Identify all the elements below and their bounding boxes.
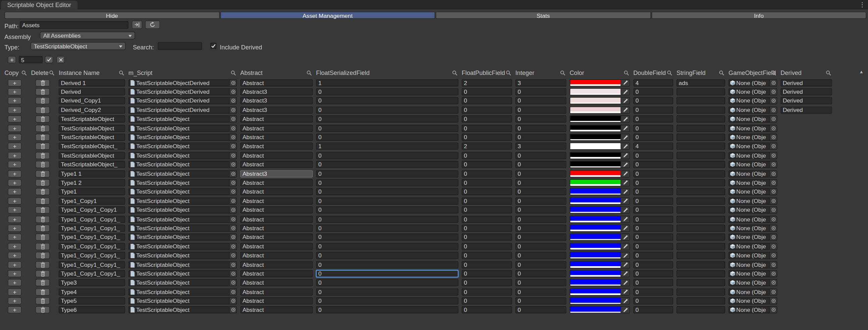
string-field[interactable] bbox=[676, 152, 725, 159]
float-serialized-field[interactable]: 1 bbox=[316, 143, 458, 150]
kebab-menu-icon[interactable]: ⋮ bbox=[859, 1, 865, 8]
color-field[interactable] bbox=[570, 215, 630, 222]
instance-name-field[interactable]: TestScriptableObject bbox=[59, 116, 125, 123]
script-object-field[interactable]: TestScriptableObject bbox=[128, 125, 237, 132]
abstract-field[interactable]: Abstract bbox=[240, 270, 313, 277]
string-field[interactable] bbox=[676, 261, 725, 268]
abstract-field[interactable]: Abstract bbox=[240, 206, 313, 213]
color-field[interactable] bbox=[570, 170, 630, 177]
script-object-field[interactable]: TestScriptableObject bbox=[128, 252, 237, 259]
object-picker-icon[interactable] bbox=[229, 207, 236, 213]
instance-name-field[interactable]: TestScriptableObject_ bbox=[59, 161, 125, 168]
float-public-field[interactable]: 0 bbox=[462, 116, 512, 123]
scroll-up-icon[interactable]: ▲ bbox=[859, 69, 864, 74]
tab-stats[interactable]: Stats bbox=[435, 12, 651, 19]
gameobject-field[interactable]: None (Obje bbox=[728, 306, 777, 313]
color-field[interactable] bbox=[570, 243, 630, 250]
eyedropper-icon[interactable] bbox=[621, 243, 629, 249]
float-public-field[interactable]: 0 bbox=[462, 134, 512, 141]
double-field[interactable]: 0 bbox=[633, 152, 673, 159]
delete-row-button[interactable] bbox=[36, 79, 50, 86]
script-object-field[interactable]: TestScriptableObject bbox=[128, 116, 237, 123]
color-field[interactable] bbox=[570, 188, 630, 195]
script-object-field[interactable]: TestScriptableObject bbox=[128, 261, 237, 268]
instance-name-field[interactable]: Type1_Copy1_Copy1_ bbox=[59, 215, 125, 222]
instance-name-field[interactable]: Type1 1 bbox=[59, 170, 125, 177]
float-public-field[interactable]: 0 bbox=[462, 107, 512, 114]
delete-row-button[interactable] bbox=[36, 170, 50, 177]
color-field[interactable] bbox=[570, 125, 630, 132]
abstract-field[interactable]: Abstract bbox=[240, 215, 313, 222]
column-header-float-serialized[interactable]: FloatSerializedField bbox=[316, 69, 458, 78]
double-field[interactable]: 0 bbox=[633, 98, 673, 105]
double-field[interactable]: 4 bbox=[633, 79, 673, 86]
double-field[interactable]: 0 bbox=[633, 170, 673, 177]
object-picker-icon[interactable] bbox=[769, 143, 776, 149]
abstract-field[interactable]: Abstract bbox=[240, 306, 313, 313]
float-public-field[interactable]: 0 bbox=[462, 179, 512, 186]
script-object-field[interactable]: TestScriptableObject bbox=[128, 170, 237, 177]
delete-row-button[interactable] bbox=[36, 261, 50, 268]
gameobject-field[interactable]: None (Obje bbox=[728, 197, 777, 204]
string-field[interactable] bbox=[676, 188, 725, 195]
string-field[interactable] bbox=[676, 107, 725, 114]
float-serialized-field[interactable]: 0 bbox=[316, 179, 458, 186]
abstract-field[interactable]: Abstract3 bbox=[240, 170, 313, 177]
search-icon[interactable] bbox=[826, 70, 831, 76]
gameobject-field[interactable]: None (Obje bbox=[728, 233, 777, 241]
instance-name-field[interactable]: Type6 bbox=[59, 306, 125, 313]
float-public-field[interactable]: 0 bbox=[462, 288, 512, 295]
float-serialized-field[interactable]: 0 bbox=[316, 125, 458, 132]
string-field[interactable] bbox=[676, 143, 725, 150]
double-field[interactable]: 0 bbox=[633, 215, 673, 222]
color-field[interactable] bbox=[570, 297, 630, 304]
eyedropper-icon[interactable] bbox=[621, 262, 629, 268]
ping-path-button[interactable] bbox=[132, 21, 142, 29]
delete-row-button[interactable] bbox=[36, 270, 50, 277]
object-picker-icon[interactable] bbox=[229, 116, 236, 122]
object-picker-icon[interactable] bbox=[229, 234, 236, 240]
script-object-field[interactable]: TestScriptableObjectDerived bbox=[128, 107, 237, 114]
gameobject-field[interactable]: None (Obje bbox=[728, 143, 777, 150]
delete-row-button[interactable] bbox=[36, 143, 50, 150]
abstract-field[interactable]: Abstract bbox=[240, 233, 313, 241]
integer-field[interactable]: 0 bbox=[515, 98, 566, 105]
delete-row-button[interactable] bbox=[36, 107, 50, 114]
integer-field[interactable]: 0 bbox=[515, 224, 566, 231]
object-picker-icon[interactable] bbox=[769, 98, 776, 104]
instance-name-field[interactable]: TestScriptableObject bbox=[59, 152, 125, 159]
float-public-field[interactable]: 0 bbox=[462, 233, 512, 241]
apply-button[interactable] bbox=[45, 56, 53, 63]
script-object-field[interactable]: TestScriptableObject bbox=[128, 197, 237, 204]
object-picker-icon[interactable] bbox=[229, 252, 236, 258]
object-picker-icon[interactable] bbox=[769, 116, 776, 122]
integer-field[interactable]: 0 bbox=[515, 188, 566, 195]
float-public-field[interactable]: 0 bbox=[462, 261, 512, 268]
eyedropper-icon[interactable] bbox=[621, 171, 629, 177]
object-picker-icon[interactable] bbox=[229, 143, 236, 149]
object-picker-icon[interactable] bbox=[229, 80, 236, 86]
integer-field[interactable]: 0 bbox=[515, 107, 566, 114]
instance-name-field[interactable]: Type1_Copy1_Copy1_ bbox=[59, 270, 125, 277]
float-serialized-field[interactable]: 0 bbox=[316, 261, 458, 268]
copy-row-button[interactable]: + bbox=[8, 107, 22, 114]
delete-row-button[interactable] bbox=[36, 306, 50, 313]
copy-row-button[interactable]: + bbox=[8, 116, 22, 123]
column-header-double[interactable]: DoubleField bbox=[633, 69, 673, 78]
color-field[interactable] bbox=[570, 134, 630, 141]
delete-row-button[interactable] bbox=[36, 206, 50, 213]
string-field[interactable] bbox=[676, 279, 725, 286]
string-field[interactable] bbox=[676, 161, 725, 168]
color-field[interactable] bbox=[570, 152, 630, 159]
float-serialized-field[interactable]: 0 bbox=[316, 243, 458, 250]
search-icon[interactable] bbox=[623, 70, 629, 76]
eyedropper-icon[interactable] bbox=[621, 89, 629, 95]
string-field[interactable] bbox=[676, 270, 725, 277]
string-field[interactable] bbox=[676, 252, 725, 259]
string-field[interactable] bbox=[676, 197, 725, 204]
integer-field[interactable]: 0 bbox=[515, 170, 566, 177]
abstract-field[interactable]: Abstract bbox=[240, 125, 313, 132]
object-picker-icon[interactable] bbox=[769, 225, 776, 231]
double-field[interactable]: 0 bbox=[633, 261, 673, 268]
derived-field[interactable]: Derived bbox=[780, 98, 832, 105]
